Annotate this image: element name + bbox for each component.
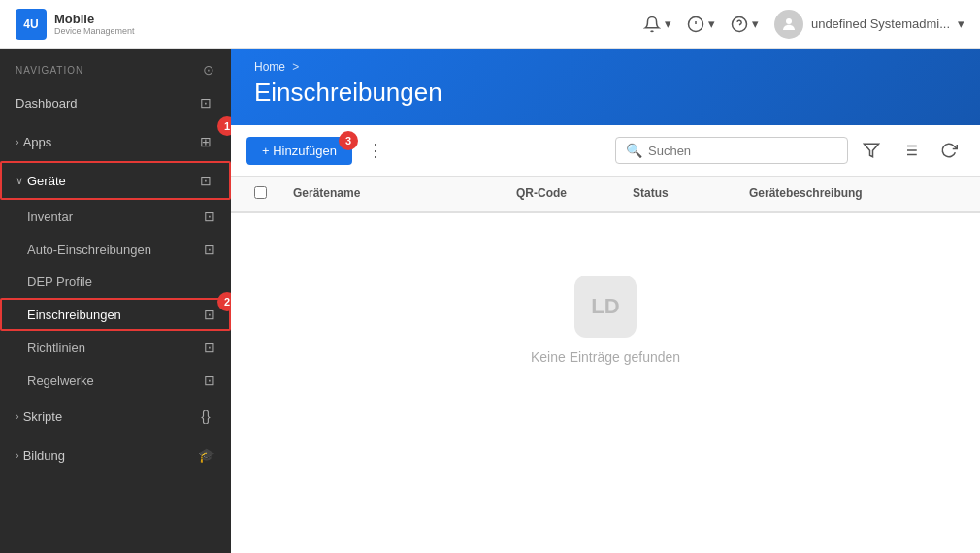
page-title: Einschreibungen (254, 78, 957, 108)
sidebar-item-einschreibungen[interactable]: 2 Einschreibungen ⊡ (0, 298, 231, 331)
table-header: Gerätename QR-Code Status Gerätebeschrei… (231, 177, 980, 213)
content-area: Home > Einschreibungen 3 + Hinzufügen ⋮ … (231, 49, 980, 553)
breadcrumb-separator: > (292, 60, 299, 74)
einschreibungen-icon: ⊡ (204, 307, 215, 322)
dep-profile-label: DEP Profile (27, 275, 92, 289)
regelwerke-icon: ⊡ (204, 373, 215, 388)
search-input[interactable] (648, 144, 837, 158)
inventar-label: Inventar (27, 210, 73, 224)
help-button[interactable]: ▾ (731, 16, 759, 33)
list-view-button[interactable] (895, 135, 926, 166)
add-button[interactable]: + Hinzufügen (246, 137, 352, 165)
navbar-actions: ▾ ▾ ▾ undefined Systemadmi... ▾ (643, 10, 964, 39)
add-badge: 3 (339, 131, 358, 150)
breadcrumb: Home > (254, 60, 957, 74)
user-menu[interactable]: undefined Systemadmi... ▾ (774, 10, 964, 39)
logo-title: Mobile (54, 12, 135, 27)
refresh-button[interactable] (933, 135, 964, 166)
sidebar-item-inventar[interactable]: Inventar ⊡ (0, 200, 231, 233)
skripte-icon: {} (196, 407, 215, 426)
sidebar-item-auto-einschreibungen[interactable]: Auto-Einschreibungen ⊡ (0, 233, 231, 266)
status-button[interactable]: ▾ (687, 16, 715, 33)
richtlinien-label: Richtlinien (27, 341, 85, 355)
svg-point-2 (786, 18, 792, 24)
main-layout: NAVIGATION ⊙ Dashboard ⊡ 1 › Apps ⊞ ∨ Ge… (0, 49, 980, 553)
sidebar-item-apps-label: Apps (23, 135, 196, 149)
table-area: Gerätename QR-Code Status Gerätebeschrei… (231, 177, 980, 553)
apps-arrow: › (16, 136, 19, 147)
sidebar-item-geraete-label: Geräte (27, 174, 196, 188)
sidebar-item-regelwerke[interactable]: Regelwerke ⊡ (0, 364, 231, 397)
sidebar: NAVIGATION ⊙ Dashboard ⊡ 1 › Apps ⊞ ∨ Ge… (0, 49, 231, 553)
regelwerke-label: Regelwerke (27, 374, 94, 388)
skripte-arrow: › (16, 410, 19, 422)
sidebar-item-richtlinien[interactable]: Richtlinien ⊡ (0, 331, 231, 364)
content-header: Home > Einschreibungen (231, 49, 980, 125)
user-avatar (774, 10, 803, 39)
dashboard-icon: ⊡ (196, 93, 215, 113)
sidebar-item-bildung[interactable]: › Bildung 🎓 (0, 436, 231, 474)
breadcrumb-home[interactable]: Home (254, 60, 285, 74)
richtlinien-icon: ⊡ (204, 340, 215, 355)
search-icon: 🔍 (626, 143, 642, 158)
table-col-geraetename: Gerätename (285, 177, 508, 211)
search-box: 🔍 (615, 137, 848, 164)
app-logo: 4U Mobile Device Management (16, 9, 135, 40)
table-col-checkbox (246, 177, 285, 211)
add-button-wrapper: 3 + Hinzufügen (246, 137, 352, 165)
navbar-chevron-help: ▾ (752, 16, 759, 31)
empty-logo: LD (574, 276, 637, 338)
toolbar: 3 + Hinzufügen ⋮ 🔍 (231, 125, 980, 177)
table-col-status: Status (625, 177, 741, 211)
einschreibungen-badge: 2 (217, 292, 231, 311)
apps-icon: ⊞ (196, 132, 215, 151)
logo-subtitle: Device Management (54, 26, 135, 36)
sidebar-nav-icon: ⊙ (203, 62, 215, 78)
auto-einschreibungen-label: Auto-Einschreibungen (27, 243, 151, 257)
inventar-icon: ⊡ (204, 209, 215, 224)
geraete-arrow: ∨ (16, 175, 23, 187)
user-chevron: ▾ (958, 16, 964, 31)
skripte-label: Skripte (23, 409, 196, 424)
user-label: undefined Systemadmi... (811, 16, 950, 31)
navbar: 4U Mobile Device Management ▾ ▾ ▾ undefi… (0, 0, 980, 49)
sidebar-item-skripte[interactable]: › Skripte {} (0, 397, 231, 436)
sidebar-item-dashboard[interactable]: Dashboard ⊡ (0, 83, 231, 122)
navbar-chevron-bell: ▾ (665, 16, 671, 31)
empty-message: Keine Einträge gefunden (531, 349, 680, 365)
geraete-icon: ⊡ (196, 171, 215, 190)
empty-state: LD Keine Einträge gefunden (231, 213, 980, 427)
bildung-arrow: › (16, 449, 19, 461)
logo-text: Mobile Device Management (54, 12, 135, 37)
sidebar-item-dashboard-label: Dashboard (16, 96, 196, 111)
bildung-label: Bildung (23, 448, 196, 463)
svg-marker-3 (865, 144, 879, 157)
sidebar-nav-label: NAVIGATION ⊙ (0, 49, 231, 83)
logo-icon: 4U (16, 9, 47, 40)
select-all-checkbox[interactable] (254, 186, 267, 199)
apps-badge: 1 (217, 116, 231, 136)
sidebar-item-geraete[interactable]: ∨ Geräte ⊡ (0, 161, 231, 200)
filter-button[interactable] (856, 135, 887, 166)
table-col-qrcode: QR-Code (508, 177, 625, 211)
bildung-icon: 🎓 (196, 445, 215, 465)
auto-einschreibungen-icon: ⊡ (204, 242, 215, 257)
sidebar-item-dep-profile[interactable]: DEP Profile (0, 266, 231, 298)
sidebar-item-apps[interactable]: 1 › Apps ⊞ (0, 122, 231, 161)
navbar-chevron-status: ▾ (708, 16, 715, 31)
more-button[interactable]: ⋮ (360, 135, 391, 166)
notifications-button[interactable]: ▾ (643, 16, 671, 33)
einschreibungen-label: Einschreibungen (27, 308, 121, 322)
table-col-geraetebeschreibung: Gerätebeschreibung (741, 177, 964, 211)
